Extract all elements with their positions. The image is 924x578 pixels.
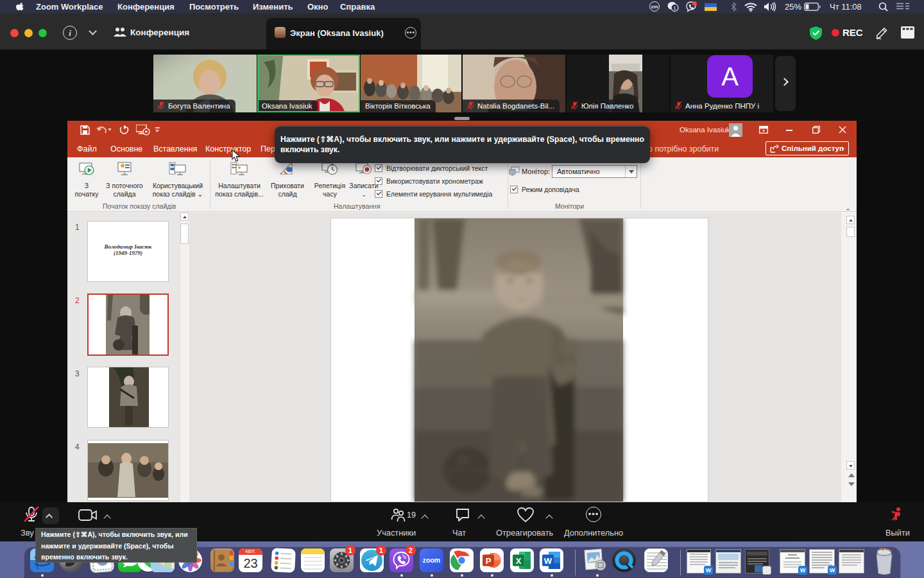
svg-text:X: X <box>516 556 522 566</box>
svg-text:P: P <box>486 556 492 566</box>
svg-text:1: 1 <box>673 5 676 11</box>
svg-text:W: W <box>544 556 552 566</box>
